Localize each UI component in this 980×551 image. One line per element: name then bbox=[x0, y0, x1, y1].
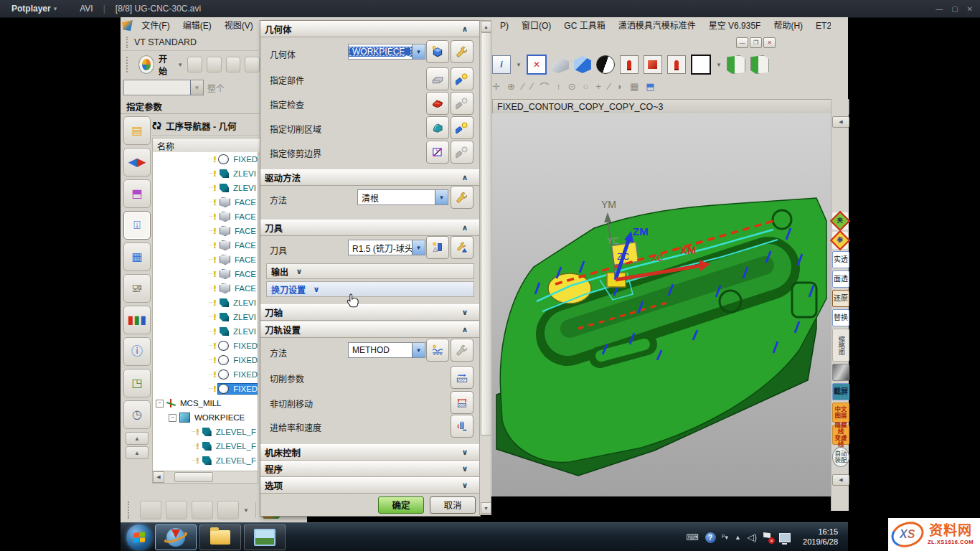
list-item[interactable]: ┈!ZLEVI bbox=[153, 166, 258, 181]
collapse-box-icon[interactable]: − bbox=[156, 400, 164, 408]
solid-cube-icon[interactable] bbox=[574, 56, 591, 73]
action-center-flag-icon[interactable] bbox=[763, 532, 773, 542]
print-icon[interactable] bbox=[245, 57, 260, 72]
auto-assemble-button[interactable]: 自动 装配 bbox=[832, 447, 849, 467]
show-hidden-icons-icon[interactable]: ▲ bbox=[735, 534, 741, 541]
clip-section-2-icon[interactable] bbox=[750, 55, 769, 74]
list-item[interactable]: ┈!FACE bbox=[153, 209, 258, 224]
snapshot-thumbnail-icon[interactable] bbox=[832, 364, 849, 381]
create-tool-icon[interactable] bbox=[166, 501, 187, 519]
expand-icon[interactable] bbox=[288, 267, 310, 276]
output-subsection[interactable]: 输出 bbox=[266, 263, 474, 279]
taskbar-image-viewer[interactable] bbox=[244, 524, 286, 550]
selection-filter-combo[interactable] bbox=[123, 80, 204, 95]
list-item[interactable]: ┈!ZLEVEL_F bbox=[153, 453, 258, 468]
list-item[interactable]: ┈!FACE bbox=[153, 238, 258, 253]
list-item[interactable]: −WORKPIECE bbox=[153, 410, 258, 425]
cutting-params-icon[interactable] bbox=[451, 366, 473, 389]
object-info-icon[interactable]: i bbox=[492, 55, 511, 74]
list-item[interactable]: ┈!ZLEVEL_F bbox=[153, 439, 258, 453]
dialog-scrollbar[interactable]: ▲ ▼ bbox=[479, 20, 491, 515]
list-item[interactable]: −MCS_MILL bbox=[153, 396, 258, 410]
expand-icon[interactable] bbox=[306, 285, 327, 294]
grid-icon[interactable]: ▦ bbox=[630, 81, 639, 92]
point-up-icon[interactable]: ↑ bbox=[556, 81, 561, 92]
expand-icon[interactable] bbox=[454, 308, 476, 317]
list-item[interactable]: ┈!ZLEVEL_F bbox=[153, 425, 258, 439]
collapse-icon[interactable] bbox=[454, 223, 476, 232]
library-books-icon[interactable]: ▮▮▮ bbox=[123, 306, 151, 334]
graphics-viewport[interactable]: YM ZM YC ZC XC XM bbox=[492, 113, 831, 496]
collapse-icon[interactable] bbox=[454, 325, 476, 334]
tool-view-icon[interactable]: ⍗ bbox=[123, 211, 151, 240]
new-geometry-icon[interactable] bbox=[426, 40, 449, 63]
section-tool[interactable]: 刀具 bbox=[260, 220, 480, 236]
clock[interactable]: 16:15 2019/6/28 bbox=[797, 527, 844, 547]
solid-red-cube-icon[interactable] bbox=[644, 55, 662, 74]
new-method-icon[interactable] bbox=[426, 339, 449, 362]
circle-icon[interactable]: ○ bbox=[583, 81, 589, 92]
list-item[interactable]: ┈!FACE bbox=[153, 224, 258, 238]
wcs-toggle-icon[interactable]: ✕ bbox=[527, 55, 547, 75]
minimize-icon[interactable]: — bbox=[736, 37, 748, 48]
keyboard-icon[interactable]: ⌨ bbox=[686, 532, 698, 542]
menu-视图v[interactable]: 视图(V) bbox=[218, 19, 260, 33]
list-item[interactable]: ┈!ZLEVI bbox=[153, 310, 258, 324]
plus-icon[interactable]: + bbox=[595, 81, 601, 92]
ime-icon[interactable]: ᴾ▾ bbox=[722, 534, 728, 541]
flashlight-blue-icon[interactable] bbox=[451, 116, 473, 139]
blank-view-icon[interactable] bbox=[691, 55, 711, 75]
create-tool-icon[interactable] bbox=[426, 236, 449, 259]
scroll-up-icon[interactable]: ▲ bbox=[126, 446, 149, 459]
list-item[interactable]: ┈!FACE bbox=[153, 281, 258, 296]
segment-icon[interactable]: ∕ bbox=[531, 81, 532, 92]
geometry-view-icon[interactable]: ⬒ bbox=[123, 179, 151, 208]
scroll-left-icon[interactable]: ◀ bbox=[153, 471, 164, 483]
minimize-icon[interactable]: — bbox=[936, 5, 943, 13]
expand-icon[interactable] bbox=[454, 481, 476, 490]
section-geometry[interactable]: 几何体 bbox=[260, 21, 480, 37]
list-item[interactable]: ┈!FIXED bbox=[153, 353, 258, 367]
list-item[interactable]: ┈!FACE bbox=[153, 253, 258, 267]
section-path-settings[interactable]: 刀轨设置 bbox=[260, 321, 480, 338]
section-tool-axis[interactable]: 刀轴 bbox=[260, 304, 480, 321]
create-program-icon[interactable] bbox=[140, 501, 161, 519]
player-window-controls[interactable]: — ▢ ✕ bbox=[936, 5, 973, 13]
scroll-up-icon[interactable]: ▲ bbox=[481, 21, 491, 32]
drive-method-combo[interactable]: 清根 bbox=[357, 189, 448, 205]
program-order-view-icon[interactable]: ▤ bbox=[123, 116, 151, 145]
close-icon[interactable]: ✕ bbox=[763, 37, 776, 48]
create-geometry-icon[interactable] bbox=[192, 501, 213, 519]
selection-scope-combo[interactable]: 整个 bbox=[207, 82, 225, 94]
scroll-left-icon[interactable]: ◀ bbox=[832, 474, 849, 486]
orbit-icon[interactable]: ⊕ bbox=[507, 81, 515, 92]
flashlight-blue-icon[interactable] bbox=[451, 67, 473, 90]
face-snap-icon[interactable]: ◗ bbox=[617, 81, 623, 92]
scroll-top-icon[interactable]: ▲ bbox=[126, 432, 149, 445]
clamp-standard-icon[interactable]: 夹 bbox=[832, 212, 848, 230]
tool-change-subsection[interactable]: 换刀设置 bbox=[266, 281, 474, 297]
flashlight-gray-icon[interactable] bbox=[451, 92, 473, 115]
menu-星空v6935f[interactable]: 星空 V6.935F bbox=[702, 19, 768, 33]
open-file-icon[interactable] bbox=[207, 57, 222, 72]
section-machine-control[interactable]: 机床控制 bbox=[260, 444, 480, 461]
clip-section-icon[interactable] bbox=[727, 55, 745, 74]
edit-drive-wrench-icon[interactable] bbox=[451, 186, 473, 209]
cube-snap-icon[interactable]: ⬒ bbox=[646, 81, 654, 92]
geometry-combo[interactable]: WORKPIECE_1 bbox=[348, 44, 425, 60]
arc-icon[interactable]: ⌒ bbox=[540, 80, 549, 93]
potplayer-menu[interactable]: Potplayer bbox=[11, 4, 51, 14]
taskbar-nx-app[interactable] bbox=[155, 524, 197, 550]
reference-standard-icon[interactable]: 参 bbox=[832, 232, 848, 249]
list-item[interactable]: ┈!FIXED bbox=[153, 152, 258, 166]
expand-icon[interactable] bbox=[454, 464, 476, 474]
operation-window-titlebar[interactable]: FIXED_CONTOUR_COPY_COPY_CO~3 bbox=[492, 99, 837, 115]
start-menu[interactable]: 开始 bbox=[159, 52, 173, 77]
nx-window-controls[interactable]: — ❐ ✕ bbox=[736, 37, 776, 48]
volume-icon[interactable]: ◁) bbox=[748, 532, 757, 542]
list-item[interactable]: ┈!FACE bbox=[153, 195, 258, 209]
list-item[interactable]: ┈!FIXED bbox=[153, 382, 258, 396]
column-header-name[interactable]: 名称 bbox=[152, 138, 263, 154]
collapse-icon[interactable] bbox=[454, 173, 476, 182]
thumbnail-button[interactable]: 缩略图 bbox=[832, 329, 849, 362]
